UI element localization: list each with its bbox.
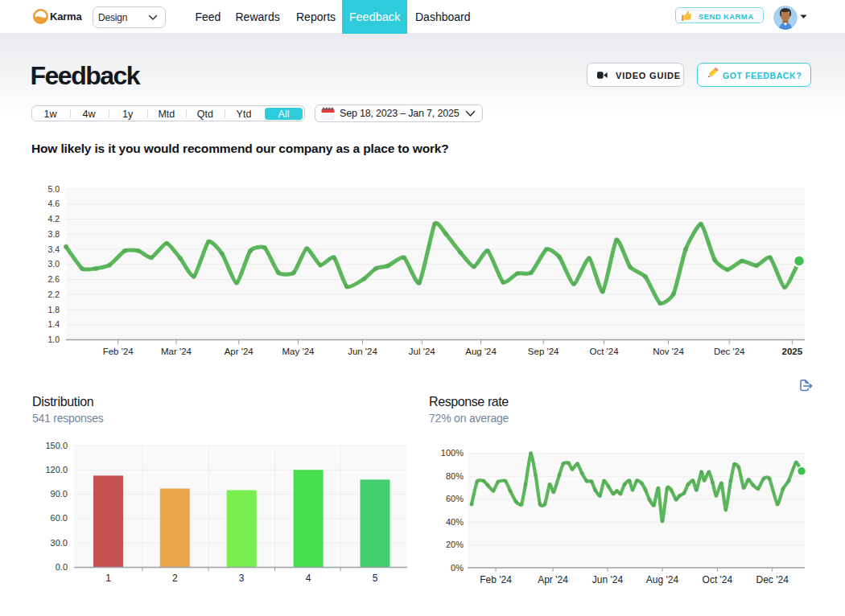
svg-text:5.0: 5.0 xyxy=(47,184,60,194)
svg-text:1.0: 1.0 xyxy=(47,335,60,344)
svg-text:Sep '24: Sep '24 xyxy=(528,347,559,356)
svg-text:Aug '24: Aug '24 xyxy=(646,574,679,585)
svg-text:100%: 100% xyxy=(441,448,464,458)
svg-text:Dec '24: Dec '24 xyxy=(714,347,745,356)
svg-text:80%: 80% xyxy=(446,471,464,481)
svg-text:2.2: 2.2 xyxy=(47,290,60,299)
svg-text:60%: 60% xyxy=(446,494,464,503)
svg-text:Feb '24: Feb '24 xyxy=(103,347,134,356)
svg-text:4.2: 4.2 xyxy=(47,214,60,224)
svg-text:1.8: 1.8 xyxy=(47,305,60,314)
svg-text:0%: 0% xyxy=(451,563,464,573)
svg-text:Apr '24: Apr '24 xyxy=(538,574,568,585)
svg-text:4.6: 4.6 xyxy=(47,199,60,208)
svg-text:40%: 40% xyxy=(446,517,464,527)
svg-text:Jun '24: Jun '24 xyxy=(348,347,377,356)
svg-text:3.8: 3.8 xyxy=(47,229,60,239)
svg-text:May '24: May '24 xyxy=(282,347,315,356)
svg-text:3.4: 3.4 xyxy=(47,244,60,254)
svg-text:Dec '24: Dec '24 xyxy=(756,574,789,585)
svg-text:Oct '24: Oct '24 xyxy=(589,347,619,356)
svg-text:2025: 2025 xyxy=(782,347,803,356)
svg-text:3.0: 3.0 xyxy=(47,259,60,269)
svg-text:Nov '24: Nov '24 xyxy=(653,347,684,356)
svg-text:Jun '24: Jun '24 xyxy=(592,574,624,585)
svg-text:Aug '24: Aug '24 xyxy=(465,347,497,356)
svg-text:Feb '24: Feb '24 xyxy=(480,574,512,585)
svg-text:Apr '24: Apr '24 xyxy=(225,347,254,356)
svg-text:Jul '24: Jul '24 xyxy=(409,347,435,356)
svg-text:2.6: 2.6 xyxy=(47,274,60,284)
svg-text:Mar '24: Mar '24 xyxy=(161,347,192,356)
svg-text:1.4: 1.4 xyxy=(47,319,60,329)
svg-text:20%: 20% xyxy=(446,540,464,549)
svg-text:Oct '24: Oct '24 xyxy=(703,574,733,585)
